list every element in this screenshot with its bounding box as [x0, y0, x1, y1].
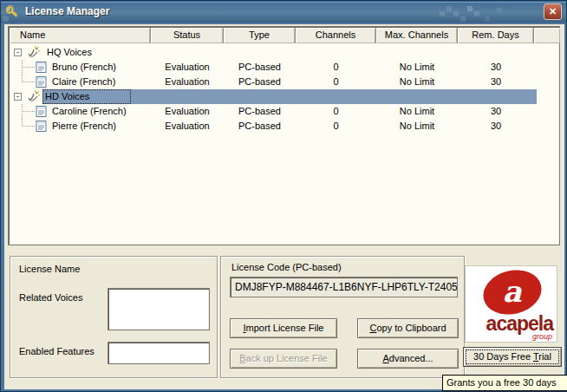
- titlebar: License Manager ✕: [1, 1, 566, 23]
- tree-line: [22, 82, 35, 82]
- table-header: Name Status Type Channels Max. Channels …: [10, 28, 558, 43]
- enabled-features-field[interactable]: [108, 342, 210, 364]
- table-row-group-hq[interactable]: - HQ Voices: [10, 45, 558, 60]
- cell-channels: 0: [296, 60, 376, 75]
- cell-status: Evaluation: [151, 104, 224, 119]
- advanced-button[interactable]: Advanced...: [357, 349, 459, 369]
- license-page-icon: [36, 121, 47, 136]
- tree-line: [22, 67, 35, 68]
- column-header-filler: [534, 28, 560, 43]
- cell-channels: 0: [296, 104, 376, 119]
- dialog-client-area: Name Status Type Channels Max. Channels …: [4, 24, 564, 389]
- cell-max-channels: No Limit: [376, 60, 458, 75]
- window-title: License Manager: [25, 5, 109, 17]
- column-header-max-channels[interactable]: Max. Channels: [376, 28, 458, 43]
- row-label: Bruno (French): [52, 60, 116, 75]
- cell-max-channels: No Limit: [376, 104, 458, 119]
- import-license-file-button[interactable]: Import License File: [230, 318, 337, 338]
- license-manager-window: License Manager ✕ Name Status Type Chann…: [0, 0, 567, 392]
- license-name-label: License Name: [19, 264, 80, 274]
- cell-rem-days: 30: [458, 60, 534, 75]
- tree-line: [22, 111, 35, 112]
- row-label: HQ Voices: [44, 45, 94, 60]
- table-row-bruno[interactable]: Bruno (French) Evaluation PC-based 0 No …: [10, 60, 558, 75]
- acapela-logo: a acapela group: [465, 265, 557, 343]
- cell-rem-days: 30: [458, 119, 534, 134]
- cell-channels: 0: [296, 119, 376, 134]
- cell-status: Evaluation: [151, 119, 224, 134]
- row-label: Pierre (French): [52, 119, 116, 134]
- related-voices-field[interactable]: [108, 288, 210, 330]
- titlebar-decoration: [424, 1, 537, 23]
- column-header-name[interactable]: Name: [10, 28, 151, 43]
- license-details-groupbox: License Name Related Voices Enabled Feat…: [10, 256, 218, 378]
- table-row-pierre[interactable]: Pierre (French) Evaluation PC-based 0 No…: [10, 119, 558, 134]
- license-code-groupbox: License Code (PC-based) DMJ8FYP-M884467-…: [220, 256, 465, 378]
- column-header-type[interactable]: Type: [224, 28, 296, 43]
- cell-status: Evaluation: [151, 75, 224, 89]
- thirty-days-free-trial-button[interactable]: 30 Days Free Trial: [463, 347, 562, 367]
- voices-table: Name Status Type Channels Max. Channels …: [8, 26, 560, 245]
- row-label: Caroline (French): [52, 104, 127, 119]
- table-row-group-hd[interactable]: - HD Voices: [10, 89, 558, 104]
- license-code-label: License Code (PC-based): [231, 262, 342, 272]
- cell-type: PC-based: [224, 104, 296, 119]
- cell-channels: 0: [296, 75, 376, 89]
- cell-rem-days: 30: [458, 104, 534, 119]
- related-voices-label: Related Voices: [19, 292, 82, 303]
- table-row-caroline[interactable]: Caroline (French) Evaluation PC-based 0 …: [10, 104, 558, 119]
- row-label: HD Voices: [42, 89, 131, 104]
- minus-expand-icon[interactable]: -: [14, 49, 22, 56]
- enabled-features-label: Enabled Features: [19, 346, 94, 356]
- back-up-license-file-button[interactable]: Back up License File: [230, 349, 337, 369]
- acapela-group-text: group: [532, 332, 552, 341]
- table-row-claire[interactable]: Claire (French) Evaluation PC-based 0 No…: [10, 75, 558, 89]
- copy-to-clipboard-button[interactable]: Copy to Clipboard: [357, 318, 459, 338]
- cell-max-channels: No Limit: [376, 119, 458, 134]
- titlebar-decoration-left: [3, 16, 9, 23]
- minus-expand-icon[interactable]: -: [14, 93, 22, 101]
- cell-type: PC-based: [224, 119, 296, 134]
- column-header-rem-days[interactable]: Rem. Days: [458, 28, 534, 43]
- cell-status: Evaluation: [151, 60, 224, 75]
- table-body: - HQ Voices: [10, 43, 558, 244]
- row-label: Claire (French): [52, 75, 115, 89]
- cell-type: PC-based: [224, 75, 296, 89]
- cell-rem-days: 30: [458, 75, 534, 89]
- tree-line: [22, 126, 35, 127]
- license-code-field[interactable]: DMJ8FYP-M884467-L1B6NYF-LHP6TLY-T24050: [230, 277, 458, 297]
- close-button[interactable]: ✕: [544, 3, 562, 20]
- column-header-status[interactable]: Status: [151, 28, 224, 43]
- cell-max-channels: No Limit: [376, 75, 458, 89]
- column-header-channels[interactable]: Channels: [296, 28, 376, 43]
- trial-tooltip: Grants you a free 30 days: [442, 375, 567, 391]
- cell-type: PC-based: [224, 60, 296, 75]
